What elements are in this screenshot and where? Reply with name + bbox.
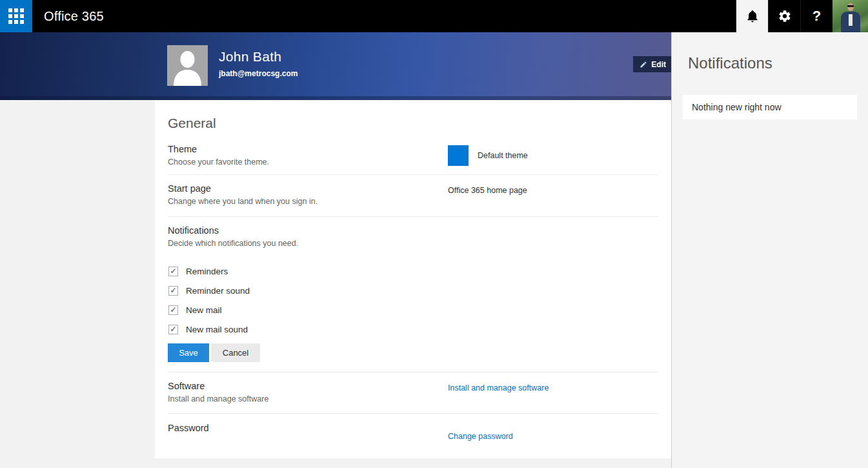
notifications-description: Decide which notifications you need. — [168, 239, 658, 248]
top-bar: Office 365 ? — [0, 0, 868, 32]
app-launcher-button[interactable] — [0, 0, 32, 32]
settings-card: General Theme Choose your favorite theme… — [155, 100, 671, 458]
change-password-link[interactable]: Change password — [448, 432, 513, 441]
notifications-empty-state: Nothing new right now — [683, 95, 857, 119]
start-page-value: Office 365 home page — [448, 186, 527, 195]
app-title[interactable]: Office 365 — [44, 0, 104, 32]
option-reminders[interactable]: ✓ Reminders — [168, 261, 658, 281]
software-row: Software Install and manage software Ins… — [168, 372, 658, 414]
notifications-title: Notifications — [168, 225, 658, 236]
install-software-link[interactable]: Install and manage software — [448, 383, 549, 392]
topbar-spacer — [104, 0, 736, 32]
checkbox-reminders[interactable]: ✓ — [168, 267, 178, 276]
notifications-settings-section: Notifications Decide which notifications… — [168, 217, 658, 372]
software-description: Install and manage software — [168, 394, 448, 403]
help-icon: ? — [812, 8, 821, 25]
password-title: Password — [168, 423, 448, 433]
profile-name: John Bath — [219, 49, 298, 65]
theme-swatch[interactable] — [448, 145, 469, 166]
start-page-title: Start page — [168, 183, 448, 194]
pencil-icon — [640, 61, 647, 68]
edit-profile-button[interactable]: Edit — [633, 56, 671, 72]
checkbox-new-mail-sound[interactable]: ✓ — [168, 325, 178, 334]
person-silhouette-icon — [167, 45, 208, 86]
checkbox-new-mail[interactable]: ✓ — [168, 305, 178, 315]
settings-gear-button[interactable] — [768, 0, 800, 32]
checkbox-reminder-sound[interactable]: ✓ — [168, 286, 178, 296]
cancel-button[interactable]: Cancel — [211, 343, 260, 362]
profile-email: jbath@metrocsg.com — [219, 69, 298, 78]
edit-button-label: Edit — [651, 60, 666, 69]
theme-row: Theme Choose your favorite theme. Defaul… — [168, 139, 658, 175]
start-page-row: Start page Change where you land when yo… — [168, 175, 658, 217]
profile-summary: John Bath jbath@metrocsg.com — [167, 45, 298, 86]
user-profile-photo[interactable] — [833, 0, 868, 32]
gear-icon — [778, 9, 792, 23]
notifications-panel-title: Notifications — [688, 54, 868, 72]
theme-description: Choose your favorite theme. — [168, 158, 448, 167]
help-button[interactable]: ? — [800, 0, 833, 32]
app-launcher-icon — [8, 8, 24, 24]
notifications-bell-button[interactable] — [736, 0, 768, 32]
password-row: Password Change password — [168, 414, 658, 458]
notification-options: ✓ Reminders ✓ Reminder sound ✓ New mail … — [168, 261, 658, 339]
bell-icon — [745, 9, 760, 23]
theme-title: Theme — [168, 144, 448, 154]
option-new-mail-sound[interactable]: ✓ New mail sound — [168, 320, 658, 339]
avatar[interactable] — [167, 45, 208, 86]
theme-value: Default theme — [478, 151, 528, 160]
option-reminder-sound[interactable]: ✓ Reminder sound — [168, 281, 658, 300]
general-section-title: General — [168, 116, 658, 139]
save-button[interactable]: Save — [168, 343, 209, 362]
option-new-mail[interactable]: ✓ New mail — [168, 300, 658, 320]
photo-figure — [847, 3, 854, 11]
notifications-panel: Notifications Nothing new right now — [671, 32, 868, 468]
profile-header: John Bath jbath@metrocsg.com Edit — [0, 32, 671, 100]
software-title: Software — [168, 381, 448, 391]
notifications-empty-message: Nothing new right now — [692, 102, 782, 112]
start-page-description: Change where you land when you sign in. — [168, 197, 448, 206]
